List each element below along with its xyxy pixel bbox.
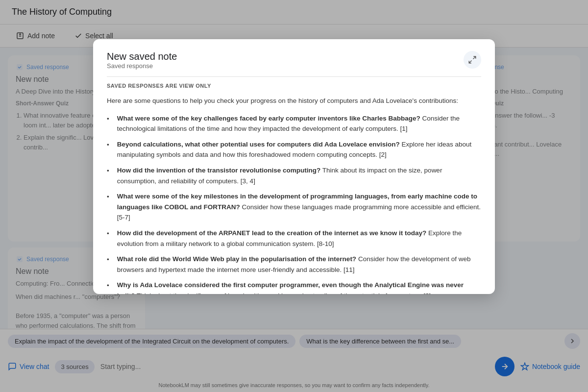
modal-intro-text: Here are some questions to help you chec…	[107, 96, 481, 106]
modal-close-button[interactable]	[464, 51, 481, 69]
modal-header: New saved note Saved response	[107, 51, 481, 74]
modal-subtitle: Saved response	[107, 62, 177, 70]
modal-view-only-label: SAVED RESPONSES ARE VIEW ONLY	[107, 76, 481, 89]
question-2: Beyond calculations, what other potentia…	[107, 139, 481, 160]
question-3: How did the invention of the transistor …	[107, 165, 481, 186]
question-7: Why is Ada Lovelace considered the first…	[107, 280, 481, 294]
modal-questions-list: What were some of the key challenges fac…	[107, 113, 481, 294]
svg-line-10	[469, 61, 471, 63]
modal-dialog: New saved note Saved response SAVED RESP…	[93, 39, 495, 294]
modal-title-group: New saved note Saved response	[107, 51, 177, 74]
svg-line-9	[473, 56, 476, 59]
question-4: What were some of the key milestones in …	[107, 191, 481, 223]
question-1: What were some of the key challenges fac…	[107, 113, 481, 134]
question-6: What role did the World Wide Web play in…	[107, 254, 481, 275]
expand-icon	[468, 55, 477, 64]
modal-title: New saved note	[107, 51, 177, 62]
modal-overlay[interactable]: New saved note Saved response SAVED RESP…	[0, 0, 588, 392]
modal-body: Here are some questions to help you chec…	[107, 96, 481, 294]
question-5: How did the development of the ARPANET l…	[107, 228, 481, 249]
